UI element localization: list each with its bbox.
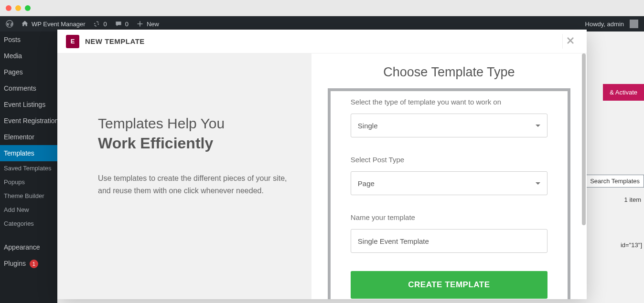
home-icon — [21, 20, 29, 28]
sidebar-item-templates[interactable]: Templates — [0, 145, 57, 161]
sidebar-sub-add-new[interactable]: Add New — [0, 203, 57, 217]
refresh-icon — [93, 20, 100, 28]
sidebar-item-elementor[interactable]: Elementor — [0, 129, 57, 145]
window-zoom-button[interactable] — [25, 5, 31, 11]
create-template-button[interactable]: CREATE TEMPLATE — [351, 271, 547, 299]
chevron-down-icon — [536, 182, 540, 185]
sidebar-item-event-listings[interactable]: Event Listings — [0, 96, 57, 113]
sidebar-item-posts[interactable]: Posts — [0, 31, 57, 48]
sidebar-item-media[interactable]: Media — [0, 48, 57, 64]
sidebar-sub-popups[interactable]: Popups — [0, 175, 57, 189]
sidebar-item-comments[interactable]: Comments — [0, 80, 57, 96]
new-template-modal: E NEW TEMPLATE Templates Help You Work E… — [57, 30, 587, 299]
template-type-label: Select the type of template you want to … — [351, 98, 547, 106]
sidebar-item-pages[interactable]: Pages — [0, 64, 57, 80]
window-minimize-button[interactable] — [15, 5, 21, 11]
content-behind-modal: & Activate Search Templates 1 item id="1… — [587, 31, 644, 303]
post-type-value: Page — [358, 179, 375, 188]
sidebar-item-event-registrations[interactable]: Event Registrations — [0, 113, 57, 129]
search-templates-button[interactable]: Search Templates — [587, 175, 644, 188]
scrollbar-thumb[interactable] — [582, 53, 586, 225]
form-highlight-area: Select the type of template you want to … — [328, 88, 570, 299]
site-title: WP Event Manager — [32, 21, 85, 28]
template-name-label: Name your template — [351, 213, 547, 221]
sidebar-sub-theme-builder[interactable]: Theme Builder — [0, 189, 57, 203]
new-content-link[interactable]: New — [136, 20, 159, 28]
modal-form-panel: Choose Template Type Select the type of … — [311, 53, 587, 299]
avatar — [630, 20, 638, 28]
comments-count: 0 — [125, 21, 129, 28]
post-type-label: Select Post Type — [351, 156, 547, 164]
info-paragraph: Use templates to create the different pi… — [98, 172, 288, 198]
howdy-text: Howdy, admin — [585, 21, 624, 28]
sidebar-item-appearance[interactable]: Appearance — [0, 239, 57, 255]
close-modal-button[interactable] — [562, 34, 578, 49]
comment-icon — [115, 20, 122, 28]
updates-count: 0 — [103, 21, 107, 28]
modal-header: E NEW TEMPLATE — [57, 30, 587, 53]
template-type-value: Single — [358, 122, 378, 130]
close-icon — [567, 37, 574, 44]
shortcode-text: id="13"] — [621, 241, 642, 249]
admin-sidebar: Posts Media Pages Comments Event Listing… — [0, 31, 57, 303]
window-chrome — [0, 0, 644, 16]
chevron-down-icon — [536, 125, 540, 127]
window-close-button[interactable] — [6, 5, 11, 11]
activate-button[interactable]: & Activate — [603, 84, 644, 101]
modal-info-panel: Templates Help You Work Efficiently Use … — [57, 53, 311, 299]
modal-title: NEW TEMPLATE — [85, 37, 145, 45]
modal-scrollbar[interactable] — [582, 53, 586, 299]
plugins-update-badge: 1 — [30, 260, 38, 268]
new-label: New — [147, 21, 159, 28]
wp-logo[interactable] — [6, 20, 13, 28]
template-name-input[interactable] — [351, 229, 547, 253]
site-home-link[interactable]: WP Event Manager — [21, 20, 85, 28]
item-count: 1 item — [624, 196, 641, 203]
elementor-logo-icon: E — [66, 35, 79, 48]
wordpress-icon — [6, 20, 13, 28]
plus-icon — [136, 20, 144, 28]
sidebar-sub-saved-templates[interactable]: Saved Templates — [0, 161, 57, 175]
sidebar-item-plugins[interactable]: Plugins 1 — [0, 255, 57, 272]
updates-link[interactable]: 0 — [93, 20, 107, 28]
info-heading: Templates Help You Work Efficiently — [98, 115, 288, 152]
comments-link[interactable]: 0 — [115, 20, 129, 28]
post-type-select[interactable]: Page — [351, 171, 547, 195]
template-type-select[interactable]: Single — [351, 114, 547, 137]
form-heading: Choose Template Type — [328, 65, 570, 80]
account-link[interactable]: Howdy, admin — [585, 20, 638, 28]
sidebar-sub-categories[interactable]: Categories — [0, 217, 57, 230]
